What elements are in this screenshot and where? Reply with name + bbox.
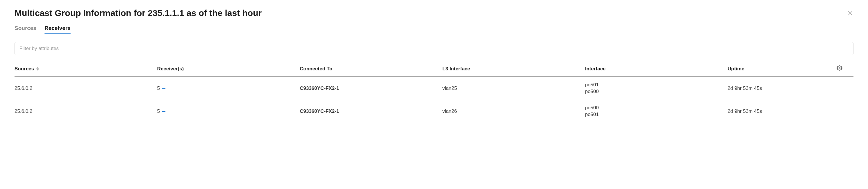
svg-marker-2 [36, 67, 39, 68]
col-header-settings[interactable] [837, 62, 854, 77]
close-icon [847, 10, 854, 16]
cell-connected-to[interactable]: C93360YC-FX2-1 [300, 77, 442, 100]
data-table: Sources Receiver(s) Connected To L3 Inte… [14, 62, 854, 123]
cell-uptime: 2d 9hr 53m 45s [727, 100, 837, 123]
cell-settings [837, 77, 854, 100]
cell-source: 25.6.0.2 [14, 100, 157, 123]
col-header-l3-interface[interactable]: L3 Interface [442, 62, 585, 77]
arrow-right-icon: → [161, 108, 166, 114]
cell-uptime: 2d 9hr 53m 45s [727, 77, 837, 100]
svg-marker-3 [36, 69, 39, 70]
tabs: Sources Receivers [14, 25, 854, 34]
header-row: Multicast Group Information for 235.1.1.… [14, 8, 854, 18]
col-header-interface[interactable]: Interface [585, 62, 727, 77]
tab-sources[interactable]: Sources [14, 25, 36, 34]
col-label: Interface [585, 66, 606, 71]
col-label: Receiver(s) [157, 66, 184, 71]
gear-icon [837, 65, 842, 71]
page-title: Multicast Group Information for 235.1.1.… [14, 8, 261, 18]
sort-icon [36, 67, 39, 71]
table-row: 25.6.0.2 5 → C93360YC-FX2-1 vlan26 po500… [14, 100, 854, 123]
arrow-right-icon: → [161, 86, 166, 91]
table-row: 25.6.0.2 5 → C93360YC-FX2-1 vlan25 po501… [14, 77, 854, 100]
svg-point-4 [839, 67, 840, 69]
receiver-count: 5 [157, 86, 160, 91]
col-header-receivers[interactable]: Receiver(s) [157, 62, 300, 77]
col-label: Uptime [727, 66, 744, 71]
cell-l3-interface: vlan25 [442, 77, 585, 100]
receiver-count: 5 [157, 108, 160, 114]
col-label: Sources [14, 66, 34, 72]
filter-input[interactable] [14, 42, 854, 55]
cell-interface: po500 po501 [585, 100, 727, 123]
cell-connected-to[interactable]: C93360YC-FX2-1 [300, 100, 442, 123]
cell-interface: po501 po500 [585, 77, 727, 100]
cell-receivers[interactable]: 5 → [157, 100, 300, 123]
iface-value: po501 [585, 82, 725, 88]
close-button[interactable] [847, 10, 854, 16]
iface-value: po500 [585, 105, 725, 112]
col-label: Connected To [300, 66, 332, 71]
cell-receivers[interactable]: 5 → [157, 77, 300, 100]
iface-value: po500 [585, 88, 725, 95]
iface-value: po501 [585, 112, 725, 118]
col-label: L3 Interface [442, 66, 470, 71]
cell-source: 25.6.0.2 [14, 77, 157, 100]
cell-l3-interface: vlan26 [442, 100, 585, 123]
col-header-uptime[interactable]: Uptime [727, 62, 837, 77]
tab-receivers[interactable]: Receivers [44, 25, 71, 34]
col-header-sources[interactable]: Sources [14, 62, 157, 77]
col-header-connected-to[interactable]: Connected To [300, 62, 442, 77]
cell-settings [837, 100, 854, 123]
